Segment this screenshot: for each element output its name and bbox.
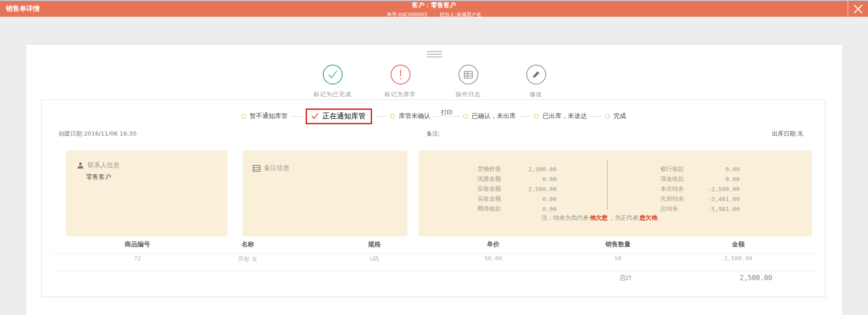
step-label: 库管未确认 — [399, 112, 430, 120]
finance-row: 网络收款0.00 — [477, 204, 557, 214]
balance-note-positive: 您欠他 — [640, 214, 657, 221]
close-button[interactable] — [848, 1, 868, 17]
sales-order-detail-screen: 销售单详情 客户：零售客户 单号:0XC000003经办人:未填用户名 标记为已… — [0, 0, 868, 315]
notes-box: 备注信息 — [243, 150, 407, 236]
finance-label: 实收金额 — [477, 195, 514, 203]
finance-value: -2,500.00 — [697, 186, 740, 193]
finance-label: 本次结余 — [660, 185, 697, 193]
finance-value: 0.00 — [697, 176, 740, 183]
finance-row: 总结余-5,981.00 — [660, 204, 740, 214]
finance-row: 应收金额2,500.00 — [477, 184, 557, 194]
step-dot-icon — [605, 114, 610, 119]
total-value: 2,500.00 — [740, 274, 772, 282]
step-label: 已出库，未送达 — [542, 112, 587, 120]
step-connector — [291, 116, 302, 117]
current-step-highlight: 正在通知库管 — [306, 108, 372, 124]
total-row: 总计 2,500.00 — [42, 274, 825, 284]
cell-quantity: 50 — [614, 255, 622, 262]
action-label: 标记为异常 — [385, 90, 416, 99]
finance-value: -3,481.00 — [697, 196, 740, 202]
balance-note-prefix: 注：结余为负代表 — [542, 214, 589, 221]
table-divider — [51, 272, 816, 272]
step-connector — [375, 116, 387, 117]
finance-row: 货物价值2,500.00 — [477, 164, 557, 174]
finance-label: 此前结余 — [660, 195, 697, 203]
cell-spec: L码 — [370, 255, 379, 263]
step-connector — [519, 116, 531, 117]
print-link[interactable]: 打印 — [441, 108, 453, 117]
finance-label: 网络收款 — [477, 205, 514, 213]
contact-name: 零售客户 — [86, 173, 227, 181]
finance-left-column: 货物价值2,500.00 优惠金额0.00 应收金额2,500.00 实收金额0… — [477, 164, 557, 214]
table-divider — [51, 254, 816, 254]
finance-label: 总结余 — [660, 205, 697, 213]
finance-label: 货物价值 — [477, 165, 514, 173]
step-label: 正在通知库管 — [322, 112, 366, 121]
balance-note-negative: 他欠您 — [590, 214, 608, 221]
step-item: 已出库，未送达 — [534, 112, 587, 120]
step-item: 已确认，未出库 — [463, 112, 516, 120]
finance-value: 0.00 — [514, 206, 557, 212]
finance-divider — [607, 160, 608, 209]
step-item: 完成 — [605, 112, 626, 120]
menu-icon[interactable] — [427, 51, 442, 57]
step-dot-icon — [534, 114, 539, 119]
step-label: 暂不通知库管 — [250, 112, 288, 120]
notes-icon — [253, 165, 260, 172]
finance-label: 银行收款 — [660, 165, 697, 173]
check-icon — [311, 113, 319, 120]
action-mark-abnormal-button[interactable]: 标记为异常 — [367, 65, 434, 99]
order-number: 单号:0XC000003 — [387, 12, 427, 18]
customer-title: 客户：零售客户 — [0, 1, 868, 9]
finance-row: 现金收款0.00 — [660, 174, 740, 184]
finance-row: 实收金额0.00 — [477, 194, 557, 204]
header-cell-product-id: 商品编号 — [125, 240, 150, 249]
cell-amount: 2,500.00 — [724, 255, 753, 262]
step-connector: 打印 — [434, 116, 460, 117]
finance-value: 0.00 — [697, 166, 740, 173]
product-row: 72 开衫 女 L码 50.00 50 2,500.00 — [42, 255, 825, 265]
header-cell-name: 名称 — [241, 240, 254, 249]
meta-row: 创建日期:2016/11/06 16:30 备注: 出库日期:无 — [42, 130, 825, 140]
finance-value: 0.00 — [514, 196, 557, 202]
finance-label: 优惠金额 — [477, 175, 514, 183]
contact-info-title: 联系人信息 — [88, 161, 119, 169]
finance-value: 2,500.00 — [514, 186, 557, 193]
step-item: 暂不通知库管 — [241, 112, 288, 120]
order-card: 标记为已完成 标记为异常 操作日志 修改 — [26, 45, 842, 315]
log-table-icon — [458, 65, 478, 85]
contact-info-box: 联系人信息 零售客户 — [66, 150, 227, 236]
cell-name: 开衫 女 — [238, 255, 257, 263]
person-icon — [77, 162, 84, 169]
finance-right-column: 银行收款0.00 现金收款0.00 本次结余-2,500.00 此前结余-3,4… — [660, 164, 740, 214]
step-dot-icon — [390, 114, 395, 119]
order-panel: 暂不通知库管 正在通知库管 库管未确认 打印 已确认，未出库 — [42, 99, 826, 297]
finance-value: 0.00 — [514, 176, 557, 183]
total-label: 总计 — [619, 274, 632, 282]
step-connector — [590, 116, 602, 117]
step-flow: 暂不通知库管 正在通知库管 库管未确认 打印 已确认，未出库 — [42, 107, 825, 125]
handler-name: 经办人:未填用户名 — [440, 12, 481, 18]
topbar-center: 客户：零售客户 单号:0XC000003经办人:未填用户名 — [0, 1, 868, 18]
action-label: 操作日志 — [456, 90, 481, 99]
close-icon — [852, 3, 864, 15]
pencil-icon — [526, 65, 546, 85]
cell-unit-price: 50.00 — [484, 255, 502, 262]
step-label: 完成 — [613, 112, 626, 120]
finance-row: 本次结余-2,500.00 — [660, 184, 740, 194]
action-operation-log-button[interactable]: 操作日志 — [434, 65, 502, 99]
step-item: 库管未确认 — [390, 112, 430, 120]
finance-box: 货物价值2,500.00 优惠金额0.00 应收金额2,500.00 实收金额0… — [419, 150, 812, 236]
finance-row: 优惠金额0.00 — [477, 174, 557, 184]
header-cell-spec: 规格 — [368, 240, 381, 249]
action-bar: 标记为已完成 标记为异常 操作日志 修改 — [26, 65, 842, 99]
step-label: 已确认，未出库 — [472, 112, 516, 120]
check-circle-icon — [323, 65, 343, 85]
cell-product-id: 72 — [134, 255, 141, 262]
remark-label: 备注: — [426, 130, 440, 138]
action-edit-button[interactable]: 修改 — [502, 65, 570, 99]
action-mark-complete-button[interactable]: 标记为已完成 — [299, 65, 367, 99]
header-cell-quantity: 销售数量 — [605, 240, 631, 249]
outbound-date: 出库日期:无 — [772, 130, 803, 138]
balance-note: 注：结余为负代表他欠您，为正代表您欠他 — [542, 214, 659, 222]
